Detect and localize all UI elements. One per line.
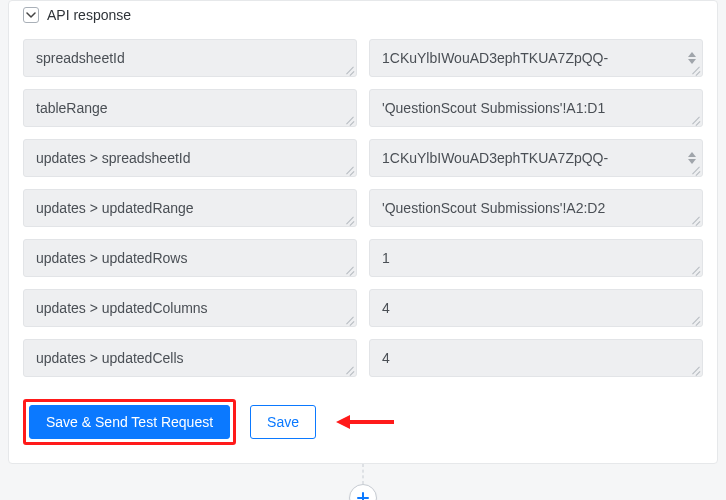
response-rows: spreadsheetId 1CKuYlbIWouAD3ephTKUA7ZpQQ…	[9, 39, 717, 377]
resize-handle-icon[interactable]	[690, 364, 700, 374]
field-value[interactable]: 1CKuYlbIWouAD3ephTKUA7ZpQQ-	[369, 39, 703, 77]
table-row: updates > spreadsheetId 1CKuYlbIWouAD3ep…	[23, 139, 703, 177]
table-row: updates > updatedRange 'QuestionScout Su…	[23, 189, 703, 227]
resize-handle-icon[interactable]	[690, 164, 700, 174]
field-value[interactable]: 4	[369, 339, 703, 377]
field-value[interactable]: 4	[369, 289, 703, 327]
collapse-toggle[interactable]	[23, 7, 39, 23]
add-step-button[interactable]	[349, 484, 377, 500]
svg-marker-1	[336, 415, 350, 429]
resize-handle-icon[interactable]	[690, 114, 700, 124]
resize-handle-icon[interactable]	[344, 64, 354, 74]
table-row: tableRange 'QuestionScout Submissions'!A…	[23, 89, 703, 127]
field-value[interactable]: 1CKuYlbIWouAD3ephTKUA7ZpQQ-	[369, 139, 703, 177]
api-response-card: API response spreadsheetId 1CKuYlbIWouAD…	[8, 0, 718, 464]
resize-handle-icon[interactable]	[690, 64, 700, 74]
field-label[interactable]: updates > updatedCells	[23, 339, 357, 377]
field-label[interactable]: tableRange	[23, 89, 357, 127]
section-title: API response	[47, 7, 131, 23]
resize-handle-icon[interactable]	[690, 264, 700, 274]
table-row: updates > updatedCells 4	[23, 339, 703, 377]
resize-handle-icon[interactable]	[344, 314, 354, 324]
field-value[interactable]: 'QuestionScout Submissions'!A1:D1	[369, 89, 703, 127]
annotation-arrow-icon	[336, 412, 394, 432]
save-button[interactable]: Save	[250, 405, 316, 439]
field-value[interactable]: 'QuestionScout Submissions'!A2:D2	[369, 189, 703, 227]
resize-handle-icon[interactable]	[690, 314, 700, 324]
action-bar: Save & Send Test Request Save	[9, 377, 717, 445]
field-label[interactable]: updates > spreadsheetId	[23, 139, 357, 177]
field-label[interactable]: spreadsheetId	[23, 39, 357, 77]
table-row: updates > updatedColumns 4	[23, 289, 703, 327]
annotation-highlight: Save & Send Test Request	[23, 399, 236, 445]
resize-handle-icon[interactable]	[344, 214, 354, 224]
field-label[interactable]: updates > updatedColumns	[23, 289, 357, 327]
chevron-down-icon	[26, 10, 36, 20]
save-send-test-button[interactable]: Save & Send Test Request	[29, 405, 230, 439]
connector-line	[363, 464, 364, 484]
resize-handle-icon[interactable]	[344, 114, 354, 124]
resize-handle-icon[interactable]	[344, 164, 354, 174]
resize-handle-icon[interactable]	[344, 364, 354, 374]
connector	[0, 464, 726, 500]
field-label[interactable]: updates > updatedRange	[23, 189, 357, 227]
resize-handle-icon[interactable]	[690, 214, 700, 224]
field-value[interactable]: 1	[369, 239, 703, 277]
table-row: spreadsheetId 1CKuYlbIWouAD3ephTKUA7ZpQQ…	[23, 39, 703, 77]
section-header[interactable]: API response	[9, 1, 717, 27]
resize-handle-icon[interactable]	[344, 264, 354, 274]
table-row: updates > updatedRows 1	[23, 239, 703, 277]
plus-icon	[356, 491, 370, 500]
field-label[interactable]: updates > updatedRows	[23, 239, 357, 277]
